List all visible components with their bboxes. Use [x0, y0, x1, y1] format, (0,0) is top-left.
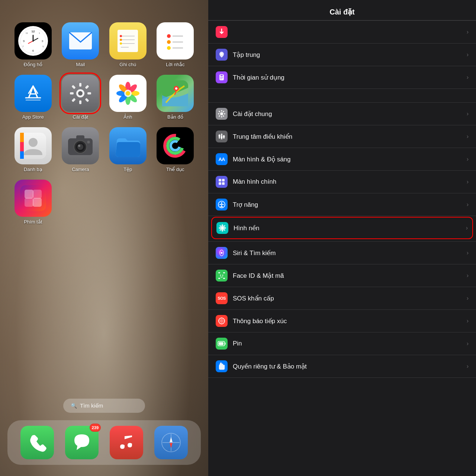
dock-music[interactable]: [110, 426, 143, 459]
dock-safari[interactable]: [154, 426, 188, 459]
app-notes-label: Ghi chú: [119, 62, 136, 67]
app-fitness-label: Thể dục: [166, 167, 184, 172]
svg-rect-128: [223, 272, 225, 273]
app-appstore[interactable]: A App Store: [11, 75, 55, 120]
svg-rect-99: [219, 111, 221, 113]
app-clock[interactable]: 12 3 6 9 1 5 11 7: [11, 22, 55, 67]
app-mail[interactable]: Mail: [59, 22, 103, 67]
svg-point-138: [221, 324, 222, 324]
tap-trung-chevron: ›: [467, 51, 469, 58]
svg-point-92: [220, 112, 223, 115]
svg-point-19: [120, 35, 122, 37]
app-shortcuts[interactable]: Phím tắt: [11, 180, 55, 225]
svg-point-136: [221, 318, 222, 318]
svg-point-12: [32, 40, 34, 42]
thoi-gian-label: Thời gian sử dụng: [233, 74, 467, 81]
svg-point-70: [78, 145, 80, 147]
svg-text:12: 12: [31, 30, 35, 33]
settings-item-tro-nang[interactable]: Trợ năng ›: [208, 193, 476, 216]
pin-label: Pin: [233, 340, 467, 347]
dock-messages[interactable]: 239: [65, 426, 99, 459]
settings-item-siri[interactable]: Siri & Tìm kiếm ›: [208, 241, 476, 264]
app-contacts[interactable]: Danh bạ: [11, 127, 55, 172]
settings-item-thong-bao[interactable]: Thông báo tiếp xúc ›: [208, 310, 476, 332]
svg-rect-78: [25, 190, 33, 199]
svg-rect-80: [33, 190, 42, 199]
svg-rect-64: [20, 151, 24, 159]
app-camera[interactable]: Camera: [59, 127, 103, 172]
svg-rect-40: [85, 85, 89, 89]
svg-rect-142: [225, 342, 226, 345]
cai-dat-chung-label: Cài đặt chung: [233, 110, 467, 118]
svg-point-118: [222, 229, 223, 232]
thong-bao-label: Thông báo tiếp xúc: [233, 317, 467, 325]
tro-nang-icon: [216, 199, 228, 210]
settings-item-pin[interactable]: Pin ›: [208, 332, 476, 355]
svg-rect-36: [79, 83, 81, 87]
svg-rect-129: [218, 278, 220, 279]
section-divider-1: [208, 92, 476, 102]
face-id-chevron: ›: [467, 272, 469, 279]
quyen-rieng-tu-icon: [216, 360, 228, 372]
pin-icon: [216, 338, 228, 350]
app-settings[interactable]: Cài đặt: [59, 75, 103, 120]
settings-item-man-hinh-sang[interactable]: AA Màn hình & Độ sáng ›: [208, 148, 476, 171]
svg-point-54: [126, 91, 130, 96]
svg-rect-41: [71, 98, 75, 102]
svg-point-119: [219, 227, 222, 229]
settings-title: Cài đặt: [329, 8, 355, 16]
svg-rect-94: [221, 116, 222, 118]
svg-point-137: [224, 321, 225, 321]
app-maps[interactable]: Bản đồ: [154, 75, 197, 120]
svg-text:11: 11: [25, 32, 28, 34]
svg-rect-127: [218, 272, 220, 273]
settings-item-tap-trung[interactable]: Tập trung ›: [208, 44, 476, 66]
thoi-gian-icon: [216, 71, 228, 83]
sos-label: SOS khẩn cấp: [233, 295, 467, 302]
app-notes[interactable]: Ghi chú: [106, 22, 150, 67]
search-icon: 🔍: [71, 403, 77, 409]
settings-header: Cài đặt: [208, 0, 476, 20]
search-bar[interactable]: 🔍 Tìm kiếm: [63, 399, 145, 413]
app-maps-label: Bản đồ: [167, 114, 183, 120]
settings-item-hinh-nen[interactable]: Hình nền ›: [211, 217, 473, 239]
svg-rect-141: [219, 342, 223, 345]
app-fitness[interactable]: Thể dục: [154, 127, 197, 172]
app-photos-label: Ảnh: [123, 114, 132, 120]
settings-item-trung-tam[interactable]: Trung tâm điều khiển ›: [208, 125, 476, 148]
svg-rect-89: [221, 75, 223, 76]
settings-item-partial[interactable]: ›: [208, 20, 476, 44]
svg-rect-22: [162, 28, 188, 54]
svg-rect-37: [79, 100, 81, 104]
settings-item-face-id[interactable]: Face ID & Mật mã ›: [208, 264, 476, 287]
tro-nang-label: Trợ năng: [233, 201, 467, 209]
svg-point-57: [175, 87, 177, 90]
svg-point-139: [218, 321, 219, 321]
siri-chevron: ›: [467, 250, 469, 256]
dock-phone[interactable]: [20, 426, 54, 459]
face-id-label: Face ID & Mật mã: [233, 272, 467, 280]
settings-chevron-partial: ›: [467, 29, 469, 35]
app-reminders[interactable]: Lời nhắc: [154, 22, 197, 67]
trung-tam-icon: [216, 131, 228, 142]
svg-point-69: [77, 144, 83, 150]
settings-item-quyen-rieng-tu[interactable]: Quyền riêng tư & Bảo mật ›: [208, 355, 476, 378]
svg-marker-86: [170, 443, 173, 448]
svg-rect-62: [20, 133, 24, 142]
app-grid: 12 3 6 9 1 5 11 7: [11, 22, 197, 225]
app-files-label: Tệp: [123, 167, 132, 172]
cai-dat-chung-chevron: ›: [467, 110, 469, 117]
face-id-icon: [216, 270, 228, 282]
tap-trung-label: Tập trung: [233, 51, 467, 59]
settings-item-man-hinh-chinh[interactable]: Màn hình chính ›: [208, 171, 476, 193]
app-photos[interactable]: Ảnh: [106, 75, 150, 120]
settings-item-sos[interactable]: SOS SOS khẩn cấp ›: [208, 287, 476, 310]
app-contacts-label: Danh bạ: [24, 167, 42, 172]
app-settings-label: Cài đặt: [73, 114, 88, 120]
app-files[interactable]: Tệp: [106, 127, 150, 172]
svg-rect-110: [222, 182, 225, 185]
hinh-nen-label: Hình nền: [234, 224, 466, 232]
settings-item-thoi-gian[interactable]: Thời gian sử dụng ›: [208, 66, 476, 89]
svg-rect-107: [219, 179, 221, 181]
settings-item-cai-dat-chung[interactable]: Cài đặt chung ›: [208, 102, 476, 125]
